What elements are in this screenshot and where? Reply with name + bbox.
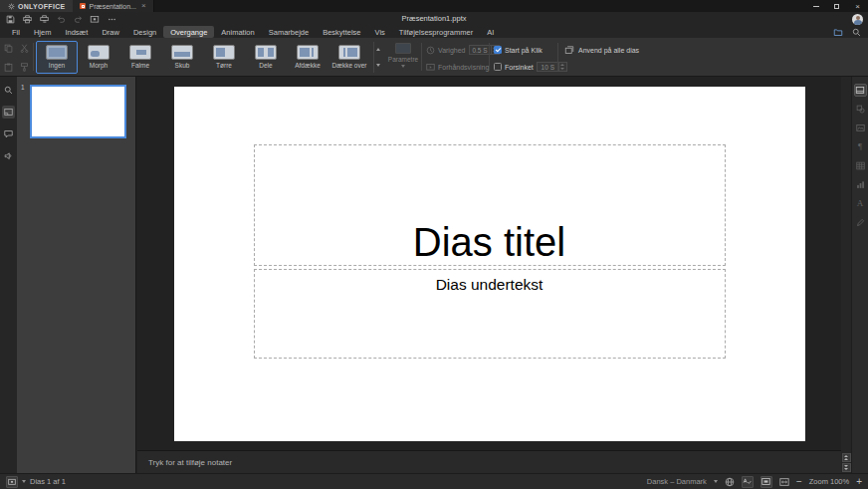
tab-tilfoejelsesprogrammer[interactable]: Tilføjelsesprogrammer xyxy=(392,26,480,38)
copy-icon[interactable] xyxy=(3,43,14,54)
gallery-scroll-down-icon[interactable] xyxy=(376,64,380,67)
gallery-scroll-up-icon[interactable] xyxy=(376,48,380,51)
format-painter-icon[interactable] xyxy=(19,62,30,73)
notes-area[interactable]: Tryk for at tilføje notater xyxy=(137,450,841,473)
fit-width-button[interactable] xyxy=(779,477,789,487)
quick-print-button[interactable] xyxy=(39,14,49,24)
slide[interactable]: Dias titel Dias undertekst xyxy=(174,87,805,441)
feedback-button[interactable] xyxy=(2,149,15,162)
right-settings-toolbar: ¶ A xyxy=(851,77,868,473)
language-selector[interactable]: Dansk – Danmark xyxy=(647,477,707,486)
tab-vis[interactable]: Vis xyxy=(368,26,392,38)
paragraph-icon: ¶ xyxy=(858,142,862,151)
document-tab-label: Præsentation... xyxy=(89,3,135,10)
undo-button[interactable] xyxy=(56,14,66,24)
chevron-down-icon[interactable] xyxy=(714,480,718,483)
apply-all-icon xyxy=(564,46,574,55)
slides-panel-button[interactable] xyxy=(2,106,15,119)
transition-toerre[interactable]: Tørre xyxy=(203,41,245,74)
parameters-icon xyxy=(395,43,411,54)
zoom-in-button[interactable]: + xyxy=(856,477,862,487)
start-slideshow-statusbar-button[interactable] xyxy=(6,476,18,488)
shape-settings-button[interactable] xyxy=(854,103,867,116)
chevron-down-icon xyxy=(401,65,405,68)
slide-subtitle-placeholder[interactable]: Dias undertekst xyxy=(254,269,726,359)
minimize-icon xyxy=(813,6,819,7)
transition-morph[interactable]: Morph xyxy=(78,41,119,74)
tab-draw[interactable]: Draw xyxy=(95,26,126,38)
parameters-button[interactable]: Parametre xyxy=(385,43,421,73)
tab-samarbejde[interactable]: Samarbejde xyxy=(262,26,316,38)
slide-title-placeholder[interactable]: Dias titel xyxy=(254,144,726,266)
delay-spinbox[interactable]: 10 S xyxy=(537,62,567,72)
presentation-file-icon xyxy=(80,3,86,9)
delay-checkbox[interactable] xyxy=(494,63,502,71)
chart-settings-button[interactable] xyxy=(854,178,867,191)
open-file-location-icon[interactable] xyxy=(833,28,843,37)
start-on-click-label[interactable]: Start på Klik xyxy=(505,47,542,54)
signature-settings-button[interactable] xyxy=(854,216,867,229)
spin-arrows[interactable] xyxy=(559,62,567,72)
cut-icon[interactable] xyxy=(19,43,30,54)
close-button[interactable]: × xyxy=(847,0,868,12)
start-options-group: Start på Klik Forsinket 10 S xyxy=(494,44,567,73)
transition-label: Afdække xyxy=(295,62,321,69)
tab-fil[interactable]: Fil xyxy=(5,26,27,38)
maximize-button[interactable] xyxy=(826,0,847,12)
tab-beskyttelse[interactable]: Beskyttelse xyxy=(316,26,367,38)
preview-label[interactable]: Forhåndsvisning xyxy=(438,64,489,71)
comments-button[interactable] xyxy=(2,127,15,140)
slide-counter: Dias 1 af 1 xyxy=(30,477,66,486)
apply-to-all-button[interactable]: Anvend på alle dias xyxy=(564,44,639,56)
transition-label: Dække over xyxy=(331,62,366,69)
paste-icon[interactable] xyxy=(3,62,14,73)
tab-overgange[interactable]: Overgange xyxy=(163,26,214,38)
textart-settings-button[interactable]: A xyxy=(854,197,867,210)
tab-indsaet[interactable]: Indsæt xyxy=(58,26,95,38)
vertical-scrollbar[interactable] xyxy=(841,77,851,473)
prev-slide-icon xyxy=(844,458,848,460)
save-button[interactable] xyxy=(5,14,15,24)
tab-design[interactable]: Design xyxy=(126,26,163,38)
transition-skub[interactable]: Skub xyxy=(161,41,203,74)
delay-label[interactable]: Forsinket xyxy=(505,64,534,71)
user-avatar[interactable] xyxy=(852,14,863,25)
search-icon[interactable] xyxy=(852,28,861,37)
document-tab[interactable]: Præsentation... × xyxy=(73,0,153,12)
tab-ai[interactable]: AI xyxy=(480,26,501,38)
print-button[interactable] xyxy=(22,14,32,24)
tab-animation[interactable]: Animation xyxy=(214,26,261,38)
transition-morph-icon xyxy=(88,45,109,60)
transition-afdaekke[interactable]: Afdække xyxy=(287,41,328,74)
tab-close-icon[interactable]: × xyxy=(141,2,146,10)
transition-falme[interactable]: Falme xyxy=(119,41,161,74)
clock-icon xyxy=(426,46,435,55)
redo-button[interactable] xyxy=(73,14,83,24)
spellcheck-button[interactable] xyxy=(742,476,754,488)
slide-thumbnail[interactable] xyxy=(30,85,126,138)
find-button[interactable] xyxy=(2,84,15,97)
prev-slide-button[interactable] xyxy=(842,453,851,462)
tab-hjem[interactable]: Hjem xyxy=(27,26,59,38)
more-icon[interactable] xyxy=(107,14,116,24)
slide-canvas[interactable]: Dias titel Dias undertekst xyxy=(137,77,841,450)
apply-to-all-label: Anvend på alle dias xyxy=(578,47,639,54)
transition-daekke-over[interactable]: Dække over xyxy=(328,41,370,74)
start-on-click-checkbox[interactable] xyxy=(494,46,502,54)
image-settings-button[interactable] xyxy=(854,122,867,134)
transition-gallery: Ingen Morph Falme Skub Tørre Dele Afdækk… xyxy=(36,41,370,74)
zoom-out-button[interactable]: − xyxy=(796,477,802,487)
next-slide-button[interactable] xyxy=(842,463,851,472)
paragraph-settings-button[interactable]: ¶ xyxy=(854,140,867,153)
transition-dele[interactable]: Dele xyxy=(245,41,287,74)
divider xyxy=(557,43,558,71)
slide-settings-button[interactable] xyxy=(854,84,867,97)
minimize-button[interactable] xyxy=(805,0,826,12)
chevron-down-icon[interactable] xyxy=(22,480,26,483)
globe-icon[interactable] xyxy=(725,477,735,487)
start-slideshow-button[interactable] xyxy=(90,14,100,24)
transition-ingen[interactable]: Ingen xyxy=(36,41,78,74)
fit-slide-button[interactable] xyxy=(760,476,772,488)
table-settings-button[interactable] xyxy=(854,159,867,172)
transition-daekke-over-icon xyxy=(338,45,360,60)
